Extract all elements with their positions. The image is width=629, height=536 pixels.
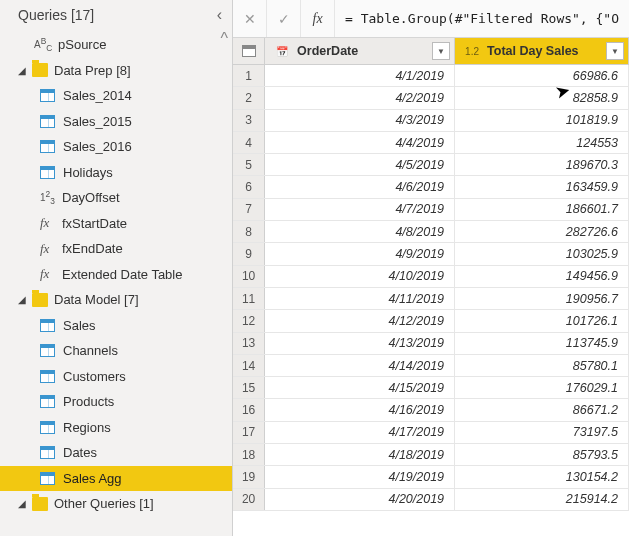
cell-orderdate[interactable]: 4/6/2019 — [265, 176, 455, 197]
cell-total-day-sales[interactable]: 190956.7 — [455, 288, 629, 309]
query-item[interactable]: Holidays — [0, 160, 232, 186]
table-row[interactable]: 94/9/2019103025.9 — [233, 243, 629, 265]
row-number[interactable]: 9 — [233, 243, 265, 264]
cell-orderdate[interactable]: 4/18/2019 — [265, 444, 455, 465]
cell-total-day-sales[interactable]: 101819.9 — [455, 110, 629, 131]
row-number[interactable]: 15 — [233, 377, 265, 398]
cell-orderdate[interactable]: 4/2/2019 — [265, 87, 455, 108]
query-item[interactable]: Sales Agg — [0, 466, 232, 492]
query-item[interactable]: Sales_2015 — [0, 109, 232, 135]
table-row[interactable]: 104/10/2019149456.9 — [233, 266, 629, 288]
table-row[interactable]: 14/1/201966986.6 — [233, 65, 629, 87]
table-row[interactable]: 74/7/2019186601.7 — [233, 199, 629, 221]
table-row[interactable]: 204/20/2019215914.2 — [233, 489, 629, 511]
cell-total-day-sales[interactable]: 82858.9 — [455, 87, 629, 108]
row-number[interactable]: 8 — [233, 221, 265, 242]
table-row[interactable]: 64/6/2019163459.9 — [233, 176, 629, 198]
table-row[interactable]: 124/12/2019101726.1 — [233, 310, 629, 332]
table-row[interactable]: 164/16/201986671.2 — [233, 399, 629, 421]
row-number[interactable]: 20 — [233, 489, 265, 510]
cell-total-day-sales[interactable]: 163459.9 — [455, 176, 629, 197]
row-number[interactable]: 7 — [233, 199, 265, 220]
table-row[interactable]: 34/3/2019101819.9 — [233, 110, 629, 132]
table-row[interactable]: 174/17/201973197.5 — [233, 422, 629, 444]
cell-total-day-sales[interactable]: 124553 — [455, 132, 629, 153]
table-row[interactable]: 114/11/2019190956.7 — [233, 288, 629, 310]
query-item[interactable]: Products — [0, 389, 232, 415]
table-row[interactable]: 84/8/2019282726.6 — [233, 221, 629, 243]
query-item[interactable]: Channels — [0, 338, 232, 364]
cell-total-day-sales[interactable]: 85780.1 — [455, 355, 629, 376]
scroll-up-icon[interactable]: ^ — [221, 30, 229, 48]
row-number[interactable]: 3 — [233, 110, 265, 131]
row-number[interactable]: 14 — [233, 355, 265, 376]
query-item[interactable]: Sales_2014 — [0, 83, 232, 109]
cell-total-day-sales[interactable]: 189670.3 — [455, 154, 629, 175]
table-row[interactable]: 134/13/2019113745.9 — [233, 333, 629, 355]
row-number[interactable]: 11 — [233, 288, 265, 309]
row-number[interactable]: 17 — [233, 422, 265, 443]
table-row[interactable]: 144/14/201985780.1 — [233, 355, 629, 377]
row-number[interactable]: 5 — [233, 154, 265, 175]
cell-total-day-sales[interactable]: 215914.2 — [455, 489, 629, 510]
table-row[interactable]: 154/15/2019176029.1 — [233, 377, 629, 399]
query-item[interactable]: Sales_2016 — [0, 134, 232, 160]
query-item[interactable]: Customers — [0, 364, 232, 390]
table-row[interactable]: 194/19/2019130154.2 — [233, 466, 629, 488]
cell-total-day-sales[interactable]: 149456.9 — [455, 266, 629, 287]
column-header-orderdate[interactable]: 📅 OrderDate ▼ — [265, 38, 455, 64]
column-filter-dropdown[interactable]: ▼ — [432, 42, 450, 60]
cell-orderdate[interactable]: 4/8/2019 — [265, 221, 455, 242]
cell-orderdate[interactable]: 4/3/2019 — [265, 110, 455, 131]
cell-orderdate[interactable]: 4/5/2019 — [265, 154, 455, 175]
query-item[interactable]: Sales — [0, 313, 232, 339]
table-row[interactable]: 44/4/2019124553 — [233, 132, 629, 154]
cell-total-day-sales[interactable]: 186601.7 — [455, 199, 629, 220]
cell-orderdate[interactable]: 4/14/2019 — [265, 355, 455, 376]
row-number[interactable]: 12 — [233, 310, 265, 331]
row-number[interactable]: 13 — [233, 333, 265, 354]
cell-orderdate[interactable]: 4/17/2019 — [265, 422, 455, 443]
row-number[interactable]: 4 — [233, 132, 265, 153]
column-filter-dropdown[interactable]: ▼ — [606, 42, 624, 60]
cell-total-day-sales[interactable]: 73197.5 — [455, 422, 629, 443]
cell-total-day-sales[interactable]: 86671.2 — [455, 399, 629, 420]
row-number[interactable]: 18 — [233, 444, 265, 465]
row-number[interactable]: 16 — [233, 399, 265, 420]
table-row[interactable]: 54/5/2019189670.3 — [233, 154, 629, 176]
cell-total-day-sales[interactable]: 103025.9 — [455, 243, 629, 264]
row-number[interactable]: 1 — [233, 65, 265, 86]
query-psource[interactable]: ABC pSource — [0, 32, 232, 58]
query-item[interactable]: fxfxStartDate — [0, 211, 232, 237]
cell-orderdate[interactable]: 4/19/2019 — [265, 466, 455, 487]
row-number[interactable]: 6 — [233, 176, 265, 197]
query-item[interactable]: fxExtended Date Table — [0, 262, 232, 288]
cell-orderdate[interactable]: 4/9/2019 — [265, 243, 455, 264]
cell-total-day-sales[interactable]: 130154.2 — [455, 466, 629, 487]
tree-group[interactable]: ◢Data Model [7] — [0, 287, 232, 313]
cell-orderdate[interactable]: 4/16/2019 — [265, 399, 455, 420]
table-row[interactable]: 24/2/201982858.9 — [233, 87, 629, 109]
table-row[interactable]: 184/18/201985793.5 — [233, 444, 629, 466]
query-item[interactable]: Regions — [0, 415, 232, 441]
cell-total-day-sales[interactable]: 176029.1 — [455, 377, 629, 398]
collapse-icon[interactable]: ‹ — [217, 6, 222, 24]
fx-icon[interactable]: fx — [301, 0, 335, 37]
cell-orderdate[interactable]: 4/4/2019 — [265, 132, 455, 153]
row-number[interactable]: 10 — [233, 266, 265, 287]
cell-orderdate[interactable]: 4/10/2019 — [265, 266, 455, 287]
formula-input[interactable]: = Table.Group(#"Filtered Rows", {"O — [335, 0, 629, 37]
tree-group[interactable]: ◢Other Queries [1] — [0, 491, 232, 517]
cell-orderdate[interactable]: 4/1/2019 — [265, 65, 455, 86]
cell-total-day-sales[interactable]: 113745.9 — [455, 333, 629, 354]
cell-orderdate[interactable]: 4/15/2019 — [265, 377, 455, 398]
cell-orderdate[interactable]: 4/20/2019 — [265, 489, 455, 510]
column-header-total-day-sales[interactable]: 1.2 Total Day Sales ▼ — [455, 38, 629, 64]
cell-total-day-sales[interactable]: 85793.5 — [455, 444, 629, 465]
select-all-corner[interactable] — [233, 38, 265, 64]
cell-total-day-sales[interactable]: 101726.1 — [455, 310, 629, 331]
cell-orderdate[interactable]: 4/7/2019 — [265, 199, 455, 220]
cell-orderdate[interactable]: 4/12/2019 — [265, 310, 455, 331]
tree-group[interactable]: ◢Data Prep [8] — [0, 58, 232, 84]
cell-orderdate[interactable]: 4/11/2019 — [265, 288, 455, 309]
